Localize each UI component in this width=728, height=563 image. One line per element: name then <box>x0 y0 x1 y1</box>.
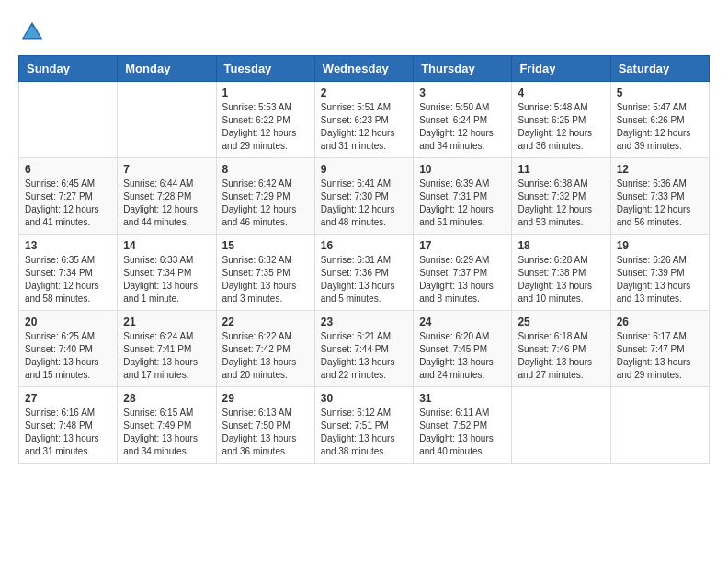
cell-content: Sunrise: 6:17 AM Sunset: 7:47 PM Dayligh… <box>617 330 703 382</box>
calendar-cell <box>610 387 709 464</box>
sunrise-label: Sunrise: 6:24 AM <box>123 331 193 341</box>
calendar-cell: 18 Sunrise: 6:28 AM Sunset: 7:38 PM Dayl… <box>512 235 610 311</box>
cell-content: Sunrise: 6:25 AM Sunset: 7:40 PM Dayligh… <box>25 330 111 382</box>
sunrise-label: Sunrise: 6:31 AM <box>321 255 391 265</box>
day-number: 3 <box>419 86 506 99</box>
calendar-cell <box>512 387 610 464</box>
calendar-cell: 1 Sunrise: 5:53 AM Sunset: 6:22 PM Dayli… <box>216 82 314 158</box>
day-number: 6 <box>25 163 111 176</box>
daylight-label: Daylight: 12 hours and 31 minutes. <box>321 128 395 151</box>
daylight-label: Daylight: 13 hours and 17 minutes. <box>123 357 198 380</box>
sunrise-label: Sunrise: 6:15 AM <box>123 408 193 418</box>
day-number: 11 <box>518 163 604 176</box>
day-number: 10 <box>419 163 506 176</box>
sunrise-label: Sunrise: 6:11 AM <box>419 408 489 418</box>
sunrise-label: Sunrise: 5:51 AM <box>321 102 391 112</box>
sunset-label: Sunset: 7:45 PM <box>419 344 487 354</box>
cell-content: Sunrise: 6:16 AM Sunset: 7:48 PM Dayligh… <box>25 407 111 458</box>
calendar-cell <box>19 82 118 158</box>
day-number: 18 <box>518 239 604 252</box>
day-number: 30 <box>321 392 407 405</box>
sunrise-label: Sunrise: 5:53 AM <box>222 102 292 112</box>
daylight-label: Daylight: 13 hours and 31 minutes. <box>25 433 99 456</box>
daylight-label: Daylight: 12 hours and 41 minutes. <box>25 204 99 227</box>
sunset-label: Sunset: 7:28 PM <box>123 191 191 201</box>
sunrise-label: Sunrise: 6:26 AM <box>617 255 687 265</box>
sunset-label: Sunset: 6:26 PM <box>617 115 685 125</box>
calendar-cell: 26 Sunrise: 6:17 AM Sunset: 7:47 PM Dayl… <box>610 311 709 387</box>
cell-content: Sunrise: 6:26 AM Sunset: 7:39 PM Dayligh… <box>617 254 703 305</box>
daylight-label: Daylight: 12 hours and 46 minutes. <box>222 204 297 227</box>
sunrise-label: Sunrise: 6:38 AM <box>518 178 587 189</box>
logo <box>18 18 50 46</box>
sunset-label: Sunset: 7:32 PM <box>518 191 586 201</box>
sunset-label: Sunset: 7:51 PM <box>321 420 389 431</box>
day-number: 27 <box>25 392 111 405</box>
calendar-cell: 7 Sunrise: 6:44 AM Sunset: 7:28 PM Dayli… <box>118 158 216 235</box>
daylight-label: Daylight: 13 hours and 24 minutes. <box>419 357 494 380</box>
calendar-cell: 11 Sunrise: 6:38 AM Sunset: 7:32 PM Dayl… <box>512 158 610 235</box>
sunrise-label: Sunrise: 6:17 AM <box>617 331 687 341</box>
calendar-cell: 8 Sunrise: 6:42 AM Sunset: 7:29 PM Dayli… <box>216 158 314 235</box>
cell-content: Sunrise: 6:20 AM Sunset: 7:45 PM Dayligh… <box>419 330 506 382</box>
weekday-header: Sunday <box>19 56 118 82</box>
cell-content: Sunrise: 6:32 AM Sunset: 7:35 PM Dayligh… <box>222 254 309 305</box>
day-number: 9 <box>321 163 407 176</box>
daylight-label: Daylight: 12 hours and 48 minutes. <box>321 204 395 227</box>
sunset-label: Sunset: 7:48 PM <box>25 420 93 431</box>
cell-content: Sunrise: 5:48 AM Sunset: 6:25 PM Dayligh… <box>518 101 604 153</box>
cell-content: Sunrise: 5:47 AM Sunset: 6:26 PM Dayligh… <box>617 101 703 153</box>
calendar-cell: 28 Sunrise: 6:15 AM Sunset: 7:49 PM Dayl… <box>118 387 216 464</box>
day-number: 22 <box>222 316 309 328</box>
day-number: 29 <box>222 392 309 405</box>
cell-content: Sunrise: 6:31 AM Sunset: 7:36 PM Dayligh… <box>321 254 407 305</box>
daylight-label: Daylight: 13 hours and 15 minutes. <box>25 357 99 380</box>
sunrise-label: Sunrise: 6:35 AM <box>25 255 95 265</box>
cell-content: Sunrise: 6:45 AM Sunset: 7:27 PM Dayligh… <box>25 178 111 229</box>
sunset-label: Sunset: 7:29 PM <box>222 191 290 201</box>
cell-content: Sunrise: 6:18 AM Sunset: 7:46 PM Dayligh… <box>518 330 604 382</box>
cell-content: Sunrise: 6:41 AM Sunset: 7:30 PM Dayligh… <box>321 178 407 229</box>
calendar-cell: 13 Sunrise: 6:35 AM Sunset: 7:34 PM Dayl… <box>19 235 118 311</box>
calendar-cell: 20 Sunrise: 6:25 AM Sunset: 7:40 PM Dayl… <box>19 311 118 387</box>
calendar-cell: 29 Sunrise: 6:13 AM Sunset: 7:50 PM Dayl… <box>216 387 314 464</box>
sunset-label: Sunset: 6:22 PM <box>222 115 290 125</box>
sunrise-label: Sunrise: 6:45 AM <box>25 178 95 189</box>
day-number: 26 <box>617 316 703 328</box>
cell-content: Sunrise: 6:24 AM Sunset: 7:41 PM Dayligh… <box>123 330 210 382</box>
daylight-label: Daylight: 12 hours and 29 minutes. <box>222 128 297 151</box>
sunrise-label: Sunrise: 5:47 AM <box>617 102 687 112</box>
sunset-label: Sunset: 7:52 PM <box>419 420 487 431</box>
sunrise-label: Sunrise: 6:44 AM <box>123 178 193 189</box>
day-number: 14 <box>123 239 210 252</box>
sunrise-label: Sunrise: 6:32 AM <box>222 255 292 265</box>
calendar-header-row: SundayMondayTuesdayWednesdayThursdayFrid… <box>19 56 710 82</box>
daylight-label: Daylight: 12 hours and 39 minutes. <box>617 128 691 151</box>
daylight-label: Daylight: 13 hours and 5 minutes. <box>321 281 395 304</box>
cell-content: Sunrise: 6:29 AM Sunset: 7:37 PM Dayligh… <box>419 254 506 305</box>
sunrise-label: Sunrise: 6:33 AM <box>123 255 193 265</box>
cell-content: Sunrise: 5:53 AM Sunset: 6:22 PM Dayligh… <box>222 101 309 153</box>
calendar-cell: 2 Sunrise: 5:51 AM Sunset: 6:23 PM Dayli… <box>314 82 413 158</box>
day-number: 13 <box>25 239 111 252</box>
weekday-header: Monday <box>118 56 216 82</box>
day-number: 16 <box>321 239 407 252</box>
sunset-label: Sunset: 7:38 PM <box>518 268 586 278</box>
sunrise-label: Sunrise: 6:13 AM <box>222 408 292 418</box>
day-number: 1 <box>222 86 309 99</box>
day-number: 8 <box>222 163 309 176</box>
sunset-label: Sunset: 7:49 PM <box>123 420 191 431</box>
day-number: 20 <box>25 316 111 328</box>
daylight-label: Daylight: 13 hours and 1 minute. <box>123 281 198 304</box>
sunrise-label: Sunrise: 6:36 AM <box>617 178 687 189</box>
calendar-week-row: 20 Sunrise: 6:25 AM Sunset: 7:40 PM Dayl… <box>19 311 710 387</box>
sunset-label: Sunset: 7:40 PM <box>25 344 93 354</box>
sunset-label: Sunset: 7:46 PM <box>518 344 586 354</box>
sunset-label: Sunset: 7:37 PM <box>419 268 487 278</box>
cell-content: Sunrise: 6:22 AM Sunset: 7:42 PM Dayligh… <box>222 330 309 382</box>
daylight-label: Daylight: 13 hours and 36 minutes. <box>222 433 297 456</box>
calendar-cell: 19 Sunrise: 6:26 AM Sunset: 7:39 PM Dayl… <box>610 235 709 311</box>
cell-content: Sunrise: 6:21 AM Sunset: 7:44 PM Dayligh… <box>321 330 407 382</box>
day-number: 28 <box>123 392 210 405</box>
daylight-label: Daylight: 13 hours and 8 minutes. <box>419 281 494 304</box>
